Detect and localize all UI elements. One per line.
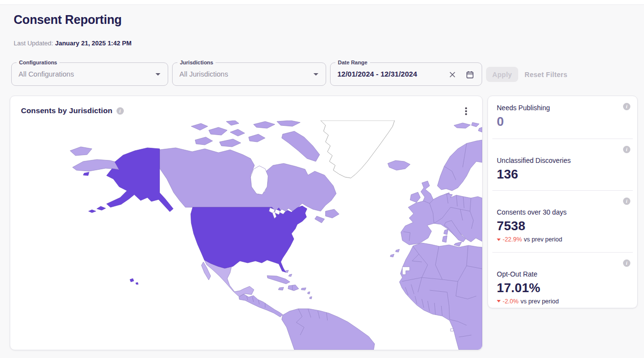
stat-label: Consents over 30 days xyxy=(497,208,628,216)
stat-unclassified-discoveries: Unclassified Discoveries 136 i xyxy=(488,139,637,191)
island-baffin[interactable] xyxy=(282,131,320,161)
region-central-america[interactable] xyxy=(239,294,283,317)
country-svalbard-2[interactable] xyxy=(471,122,479,127)
country-puerto-rico[interactable] xyxy=(301,288,306,290)
island-sicily[interactable] xyxy=(454,242,462,246)
island-ellesmere[interactable] xyxy=(254,121,275,128)
region-africa[interactable] xyxy=(399,243,482,350)
jurisdictions-label: Jurisdictions xyxy=(177,60,215,65)
chart-menu-kebab-icon[interactable] xyxy=(462,106,470,117)
configurations-select[interactable]: Configurations All Configurations xyxy=(11,62,168,86)
info-icon[interactable]: i xyxy=(623,198,630,205)
island-canary[interactable] xyxy=(395,249,399,252)
configurations-label: Configurations xyxy=(17,60,59,65)
country-greenland[interactable] xyxy=(321,120,395,178)
island-lesser-antilles[interactable] xyxy=(308,292,310,294)
region-contiguous-us[interactable] xyxy=(191,206,307,272)
country-russia-chukotka[interactable] xyxy=(70,147,92,156)
stat-label: Needs Publishing xyxy=(497,104,628,112)
island-hawaii[interactable] xyxy=(130,278,134,282)
jurisdictions-select[interactable]: Jurisdictions All Jurisdictions xyxy=(172,62,326,86)
island-corsica[interactable] xyxy=(444,229,448,235)
info-icon[interactable]: i xyxy=(623,103,630,110)
date-range-label: Date Range xyxy=(335,60,370,65)
island-madeira[interactable] xyxy=(390,254,394,257)
trend-down-icon xyxy=(497,239,501,241)
island-arctic[interactable] xyxy=(209,127,227,135)
apply-button[interactable]: Apply xyxy=(486,67,518,82)
map-country-greenland[interactable] xyxy=(321,120,395,178)
region-nova-scotia[interactable] xyxy=(315,216,325,223)
stat-value: 7538 xyxy=(497,219,628,234)
info-icon[interactable]: i xyxy=(623,146,630,153)
date-range-input[interactable]: Date Range 12/01/2024 - 12/31/2024 xyxy=(330,62,482,86)
chart-header: Consents by Jurisdiction i xyxy=(21,106,124,115)
last-updated-label: Last Updated: xyxy=(14,40,53,47)
country-novaya-zemlya[interactable] xyxy=(478,127,482,132)
country-scandinavia[interactable] xyxy=(437,140,482,191)
island-newfoundland[interactable] xyxy=(326,209,339,218)
trend-suffix: vs prev period xyxy=(524,236,563,243)
consents-by-jurisdiction-card: Consents by Jurisdiction i xyxy=(10,96,483,350)
island-sardinia[interactable] xyxy=(442,236,447,242)
island-arctic-5[interactable] xyxy=(191,123,208,130)
region-europe-mainland[interactable] xyxy=(401,194,482,245)
trend-row: -2.0% vs prev period xyxy=(497,298,628,305)
country-hispaniola[interactable] xyxy=(288,285,299,291)
country-ireland[interactable] xyxy=(410,192,420,202)
info-icon[interactable]: i xyxy=(623,259,630,267)
island-banks[interactable] xyxy=(195,137,213,145)
island-arctic-2[interactable] xyxy=(230,129,245,136)
trend-down-icon xyxy=(497,300,501,302)
island-hawaii-2[interactable] xyxy=(136,282,138,284)
country-iceland[interactable] xyxy=(388,160,410,170)
stat-value: 0 xyxy=(497,114,628,129)
country-cuba[interactable] xyxy=(267,276,290,284)
stat-consents-over-30-days: Consents over 30 days 7538 -22.9% vs pre… xyxy=(488,191,637,252)
island-st-lawrence[interactable] xyxy=(83,172,89,176)
configurations-value: All Configurations xyxy=(12,63,168,85)
chart-title: Consents by Jurisdiction xyxy=(21,106,113,115)
trend-percent: -2.0% xyxy=(503,298,519,305)
jurisdictions-value: All Jurisdictions xyxy=(173,63,326,85)
region-south-america[interactable] xyxy=(282,309,375,350)
filters-bar: Configurations All Configurations Jurisd… xyxy=(11,62,482,86)
calendar-icon[interactable] xyxy=(465,70,475,80)
island-arctic-4[interactable] xyxy=(277,120,300,126)
world-choropleth-map xyxy=(10,120,482,350)
island-lesser-antilles-2[interactable] xyxy=(310,297,312,299)
chevron-down-icon xyxy=(156,73,160,76)
x-icon xyxy=(449,71,456,78)
stat-label: Opt-Out Rate xyxy=(497,270,628,278)
island-victoria[interactable] xyxy=(219,139,241,147)
island-aleutian[interactable] xyxy=(97,206,106,210)
date-range-value: 12/01/2024 - 12/31/2024 xyxy=(331,63,482,85)
last-updated-value: January 21, 2025 1:42 PM xyxy=(55,40,132,47)
island-arctic-6[interactable] xyxy=(226,120,239,125)
equatorial-guinea-gap xyxy=(450,329,453,331)
top-border xyxy=(0,0,644,5)
trend-row: -22.9% vs prev period xyxy=(497,236,628,243)
country-svalbard[interactable] xyxy=(454,123,470,128)
page-title: Consent Reporting xyxy=(14,13,122,27)
stat-needs-publishing: Needs Publishing 0 i xyxy=(488,96,637,139)
trend-suffix: vs prev period xyxy=(521,298,559,305)
trend-percent: -22.9% xyxy=(503,236,522,243)
info-icon[interactable]: i xyxy=(117,107,124,115)
island-aleutian-2[interactable] xyxy=(89,210,96,213)
stat-value: 17.01% xyxy=(497,280,628,296)
stat-label: Unclassified Discoveries xyxy=(497,157,628,164)
clear-date-icon[interactable] xyxy=(448,70,457,80)
stats-panel: Needs Publishing 0 i Unclassified Discov… xyxy=(488,96,638,308)
stat-opt-out-rate: Opt-Out Rate 17.01% -2.0% vs prev period… xyxy=(488,253,637,308)
chevron-down-icon xyxy=(313,73,318,76)
reset-filters-button[interactable]: Reset Filters xyxy=(525,67,567,82)
stat-value: 136 xyxy=(497,167,628,182)
country-united-kingdom[interactable] xyxy=(421,181,433,204)
island-bahamas-2[interactable] xyxy=(289,274,292,277)
last-updated: Last Updated:January 21, 2025 1:42 PM xyxy=(14,40,132,47)
country-jamaica[interactable] xyxy=(278,287,284,290)
island-arctic-3[interactable] xyxy=(249,134,265,142)
